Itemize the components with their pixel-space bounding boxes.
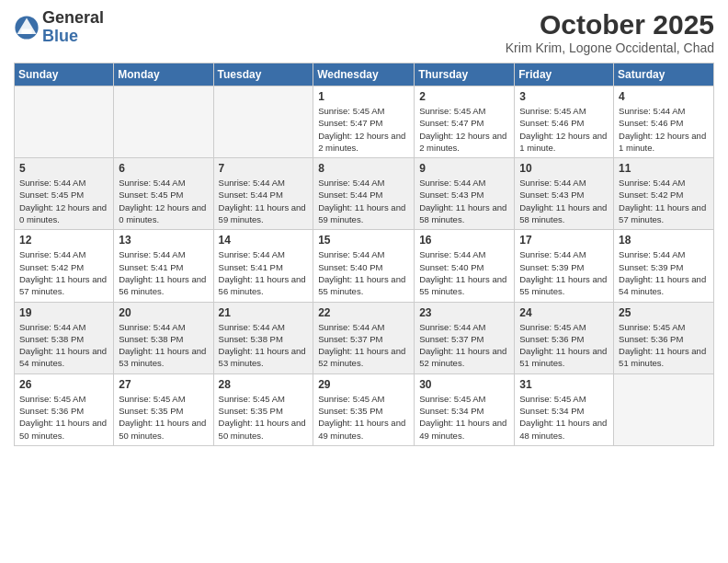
day-info: Sunrise: 5:44 AMSunset: 5:37 PMDaylight:…	[419, 321, 509, 370]
day-info: Sunrise: 5:44 AMSunset: 5:39 PMDaylight:…	[619, 248, 709, 297]
calendar-cell-w5d5: 30Sunrise: 5:45 AMSunset: 5:34 PMDayligh…	[415, 373, 515, 445]
calendar-cell-w5d4: 29Sunrise: 5:45 AMSunset: 5:35 PMDayligh…	[313, 373, 415, 445]
calendar-cell-w2d4: 8Sunrise: 5:44 AMSunset: 5:44 PMDaylight…	[313, 158, 415, 230]
calendar-cell-w2d1: 5Sunrise: 5:44 AMSunset: 5:45 PMDaylight…	[15, 158, 114, 230]
logo-general-text: General	[42, 9, 104, 28]
calendar-cell-w4d2: 20Sunrise: 5:44 AMSunset: 5:38 PMDayligh…	[114, 302, 213, 373]
col-saturday: Saturday	[614, 63, 714, 86]
calendar-cell-w1d2	[114, 86, 213, 158]
day-info: Sunrise: 5:44 AMSunset: 5:38 PMDaylight:…	[219, 321, 309, 370]
calendar-week-3: 12Sunrise: 5:44 AMSunset: 5:42 PMDayligh…	[15, 230, 714, 302]
logo-text: General Blue	[42, 9, 104, 46]
calendar-cell-w3d7: 18Sunrise: 5:44 AMSunset: 5:39 PMDayligh…	[614, 230, 714, 302]
day-number: 14	[219, 234, 309, 247]
day-number: 20	[119, 306, 208, 319]
day-number: 5	[19, 162, 108, 175]
day-number: 3	[519, 90, 609, 103]
day-info: Sunrise: 5:44 AMSunset: 5:39 PMDaylight:…	[519, 248, 609, 297]
title-block: October 2025 Krim Krim, Logone Occidenta…	[506, 9, 714, 55]
calendar-cell-w3d4: 15Sunrise: 5:44 AMSunset: 5:40 PMDayligh…	[313, 230, 415, 302]
day-info: Sunrise: 5:44 AMSunset: 5:38 PMDaylight:…	[19, 321, 108, 370]
day-info: Sunrise: 5:45 AMSunset: 5:35 PMDaylight:…	[318, 393, 409, 442]
day-number: 16	[419, 234, 509, 247]
calendar-cell-w1d3	[213, 86, 313, 158]
day-info: Sunrise: 5:45 AMSunset: 5:47 PMDaylight:…	[419, 105, 509, 154]
calendar-header-row: Sunday Monday Tuesday Wednesday Thursday…	[15, 63, 714, 86]
day-info: Sunrise: 5:45 AMSunset: 5:36 PMDaylight:…	[619, 321, 709, 370]
calendar-cell-w1d5: 2Sunrise: 5:45 AMSunset: 5:47 PMDaylight…	[415, 86, 515, 158]
day-number: 31	[519, 378, 609, 391]
logo: General Blue	[14, 9, 104, 46]
day-info: Sunrise: 5:44 AMSunset: 5:42 PMDaylight:…	[619, 177, 709, 225]
day-number: 30	[419, 378, 509, 391]
day-info: Sunrise: 5:44 AMSunset: 5:45 PMDaylight:…	[119, 177, 208, 225]
calendar-cell-w4d4: 22Sunrise: 5:44 AMSunset: 5:37 PMDayligh…	[313, 302, 415, 373]
day-number: 29	[318, 378, 409, 391]
col-monday: Monday	[114, 63, 213, 86]
calendar-cell-w1d1	[15, 86, 114, 158]
day-number: 24	[519, 306, 609, 319]
day-info: Sunrise: 5:44 AMSunset: 5:41 PMDaylight:…	[219, 248, 309, 297]
calendar-cell-w2d3: 7Sunrise: 5:44 AMSunset: 5:44 PMDaylight…	[213, 158, 313, 230]
calendar-cell-w4d5: 23Sunrise: 5:44 AMSunset: 5:37 PMDayligh…	[415, 302, 515, 373]
calendar-cell-w4d6: 24Sunrise: 5:45 AMSunset: 5:36 PMDayligh…	[515, 302, 614, 373]
day-info: Sunrise: 5:44 AMSunset: 5:40 PMDaylight:…	[419, 248, 509, 297]
calendar-cell-w3d3: 14Sunrise: 5:44 AMSunset: 5:41 PMDayligh…	[213, 230, 313, 302]
calendar-cell-w4d3: 21Sunrise: 5:44 AMSunset: 5:38 PMDayligh…	[213, 302, 313, 373]
day-number: 27	[119, 378, 208, 391]
day-number: 11	[619, 162, 709, 175]
logo-icon	[14, 15, 40, 40]
calendar-cell-w3d6: 17Sunrise: 5:44 AMSunset: 5:39 PMDayligh…	[515, 230, 614, 302]
day-number: 21	[219, 306, 309, 319]
day-info: Sunrise: 5:45 AMSunset: 5:35 PMDaylight:…	[119, 393, 208, 442]
day-number: 26	[19, 378, 108, 391]
day-info: Sunrise: 5:44 AMSunset: 5:46 PMDaylight:…	[619, 105, 709, 154]
calendar-week-5: 26Sunrise: 5:45 AMSunset: 5:36 PMDayligh…	[15, 373, 714, 445]
day-number: 12	[19, 234, 108, 247]
day-number: 1	[318, 90, 409, 103]
calendar-cell-w2d2: 6Sunrise: 5:44 AMSunset: 5:45 PMDaylight…	[114, 158, 213, 230]
calendar-week-1: 1Sunrise: 5:45 AMSunset: 5:47 PMDaylight…	[15, 86, 714, 158]
day-number: 28	[219, 378, 309, 391]
calendar-cell-w1d6: 3Sunrise: 5:45 AMSunset: 5:46 PMDaylight…	[515, 86, 614, 158]
day-info: Sunrise: 5:45 AMSunset: 5:34 PMDaylight:…	[519, 393, 609, 442]
day-info: Sunrise: 5:44 AMSunset: 5:41 PMDaylight:…	[119, 248, 208, 297]
header: General Blue October 2025 Krim Krim, Log…	[14, 9, 714, 55]
day-number: 8	[318, 162, 409, 175]
day-number: 19	[19, 306, 108, 319]
calendar-cell-w5d3: 28Sunrise: 5:45 AMSunset: 5:35 PMDayligh…	[213, 373, 313, 445]
calendar-cell-w3d2: 13Sunrise: 5:44 AMSunset: 5:41 PMDayligh…	[114, 230, 213, 302]
day-number: 9	[419, 162, 509, 175]
col-thursday: Thursday	[415, 63, 515, 86]
col-sunday: Sunday	[15, 63, 114, 86]
day-number: 23	[419, 306, 509, 319]
calendar-cell-w4d1: 19Sunrise: 5:44 AMSunset: 5:38 PMDayligh…	[15, 302, 114, 373]
day-number: 6	[119, 162, 208, 175]
day-info: Sunrise: 5:45 AMSunset: 5:47 PMDaylight:…	[318, 105, 409, 154]
col-wednesday: Wednesday	[313, 63, 415, 86]
day-info: Sunrise: 5:45 AMSunset: 5:36 PMDaylight:…	[519, 321, 609, 370]
calendar-cell-w2d7: 11Sunrise: 5:44 AMSunset: 5:42 PMDayligh…	[614, 158, 714, 230]
calendar-cell-w2d5: 9Sunrise: 5:44 AMSunset: 5:43 PMDaylight…	[415, 158, 515, 230]
day-info: Sunrise: 5:44 AMSunset: 5:37 PMDaylight:…	[318, 321, 409, 370]
day-info: Sunrise: 5:44 AMSunset: 5:43 PMDaylight:…	[419, 177, 509, 225]
day-info: Sunrise: 5:44 AMSunset: 5:44 PMDaylight:…	[219, 177, 309, 225]
calendar-table: Sunday Monday Tuesday Wednesday Thursday…	[14, 63, 714, 446]
calendar-cell-w1d4: 1Sunrise: 5:45 AMSunset: 5:47 PMDaylight…	[313, 86, 415, 158]
day-info: Sunrise: 5:44 AMSunset: 5:42 PMDaylight:…	[19, 248, 108, 297]
calendar-cell-w5d1: 26Sunrise: 5:45 AMSunset: 5:36 PMDayligh…	[15, 373, 114, 445]
day-number: 18	[619, 234, 709, 247]
day-number: 22	[318, 306, 409, 319]
day-number: 10	[519, 162, 609, 175]
svg-rect-2	[21, 29, 31, 34]
day-info: Sunrise: 5:45 AMSunset: 5:34 PMDaylight:…	[419, 393, 509, 442]
calendar-cell-w5d6: 31Sunrise: 5:45 AMSunset: 5:34 PMDayligh…	[515, 373, 614, 445]
day-number: 17	[519, 234, 609, 247]
logo-blue-text: Blue	[42, 28, 104, 46]
calendar-cell-w3d5: 16Sunrise: 5:44 AMSunset: 5:40 PMDayligh…	[415, 230, 515, 302]
day-number: 7	[219, 162, 309, 175]
day-info: Sunrise: 5:45 AMSunset: 5:36 PMDaylight:…	[19, 393, 108, 442]
main-container: General Blue October 2025 Krim Krim, Log…	[0, 0, 728, 460]
calendar-cell-w1d7: 4Sunrise: 5:44 AMSunset: 5:46 PMDaylight…	[614, 86, 714, 158]
calendar-week-2: 5Sunrise: 5:44 AMSunset: 5:45 PMDaylight…	[15, 158, 714, 230]
